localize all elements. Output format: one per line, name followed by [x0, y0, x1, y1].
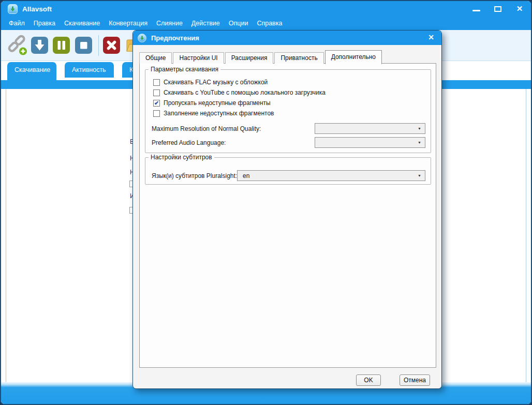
dialog-app-icon	[138, 34, 146, 42]
minimize-button[interactable]	[472, 5, 480, 13]
dialog-title: Предпочтения	[151, 34, 199, 42]
tab-privacy[interactable]: Приватность	[274, 52, 323, 64]
dialog-tab-strip: Общие Настройки UI Расширения Приватност…	[139, 51, 383, 64]
toolbar-separator	[98, 35, 99, 56]
dialog-titlebar: Предпочтения ✕	[133, 31, 441, 45]
delete-button[interactable]	[103, 37, 120, 54]
group-download-parameters: Параметры скачивания Скачивать FLAC музы…	[145, 69, 431, 153]
checkbox-fill-fragments[interactable]	[153, 110, 160, 117]
tab-extensions[interactable]: Расширения	[225, 52, 274, 64]
menu-file[interactable]: Файл	[9, 20, 25, 27]
menubar: Файл Правка Скачивание Конвертация Слиян…	[1, 17, 531, 30]
menu-download[interactable]: Скачивание	[64, 20, 100, 27]
pause-button[interactable]	[53, 37, 70, 54]
preferred-audio-language-select[interactable]: ▼	[315, 137, 425, 148]
tab-download[interactable]: Скачивание	[7, 62, 56, 82]
window-title: Allavsoft	[22, 5, 52, 13]
download-arrow-icon	[31, 37, 48, 54]
delete-x-icon	[103, 37, 120, 54]
tab-ui-settings[interactable]: Настройки UI	[173, 52, 224, 64]
checkbox-row-flac: Скачивать FLAC музыку с обложкой	[153, 79, 268, 86]
checkbox-skip-fragments[interactable]: ✔	[153, 100, 160, 107]
chevron-down-icon: ▼	[418, 127, 421, 130]
label-max-resolution: Maximum Resolution of Normal Quality:	[152, 125, 261, 132]
titlebar: Allavsoft ✕	[1, 1, 531, 17]
max-resolution-select[interactable]: ▼	[315, 123, 425, 134]
chevron-down-icon: ▼	[418, 174, 421, 177]
tab-advanced[interactable]: Дополнительно	[325, 50, 382, 64]
pause-icon	[53, 37, 70, 54]
download-button[interactable]	[31, 37, 48, 54]
maximize-button[interactable]	[494, 5, 502, 13]
label-pluralsight-subtitles: Язык(и) субтитров Pluralsight:	[152, 172, 237, 179]
group-subtitle-settings: Настройки субтитров Язык(и) субтитров Pl…	[145, 157, 431, 185]
close-button[interactable]: ✕	[515, 5, 524, 13]
checkbox-row-fill-fragments: Заполнение недоступных фрагментов	[153, 110, 274, 117]
chevron-down-icon: ▼	[418, 141, 421, 144]
cancel-button[interactable]: Отмена	[400, 374, 430, 386]
ok-button[interactable]: OK	[356, 374, 381, 386]
menu-help[interactable]: Справка	[257, 20, 282, 27]
menu-edit[interactable]: Правка	[34, 20, 55, 27]
app-icon	[8, 4, 18, 14]
checkbox-row-skip-fragments: ✔ Пропускать недоступные фрагменты	[153, 99, 271, 107]
checkbox-youtube-local[interactable]	[153, 89, 160, 96]
dialog-tab-pane: Параметры скачивания Скачивать FLAC музы…	[139, 63, 436, 368]
group-legend: Настройки субтитров	[149, 154, 214, 161]
preferences-dialog: Предпочтения ✕ Общие Настройки UI Расшир…	[132, 30, 442, 389]
menu-merge[interactable]: Слияние	[156, 20, 183, 27]
add-link-button[interactable]	[7, 35, 28, 56]
chain-link-icon	[7, 35, 28, 56]
group-legend: Параметры скачивания	[149, 66, 220, 73]
tab-general[interactable]: Общие	[139, 52, 172, 64]
tab-activity[interactable]: Активность	[65, 62, 114, 78]
stop-icon	[75, 37, 92, 54]
menu-options[interactable]: Опции	[229, 20, 248, 27]
pluralsight-subtitle-language-select[interactable]: en ▼	[237, 170, 425, 181]
checkbox-flac-cover[interactable]	[153, 79, 160, 86]
stop-button[interactable]	[75, 37, 92, 54]
label-preferred-audio: Preferred Audio Language:	[152, 139, 226, 146]
menu-convert[interactable]: Конвертация	[109, 20, 147, 27]
dialog-close-button[interactable]: ✕	[428, 33, 434, 41]
screen: Allavsoft ✕ Файл Правка Скачивание Конве…	[0, 0, 532, 405]
menu-action[interactable]: Действие	[191, 20, 220, 27]
checkbox-row-youtube-local: Скачивать с YouTube с помощью локального…	[153, 89, 326, 96]
